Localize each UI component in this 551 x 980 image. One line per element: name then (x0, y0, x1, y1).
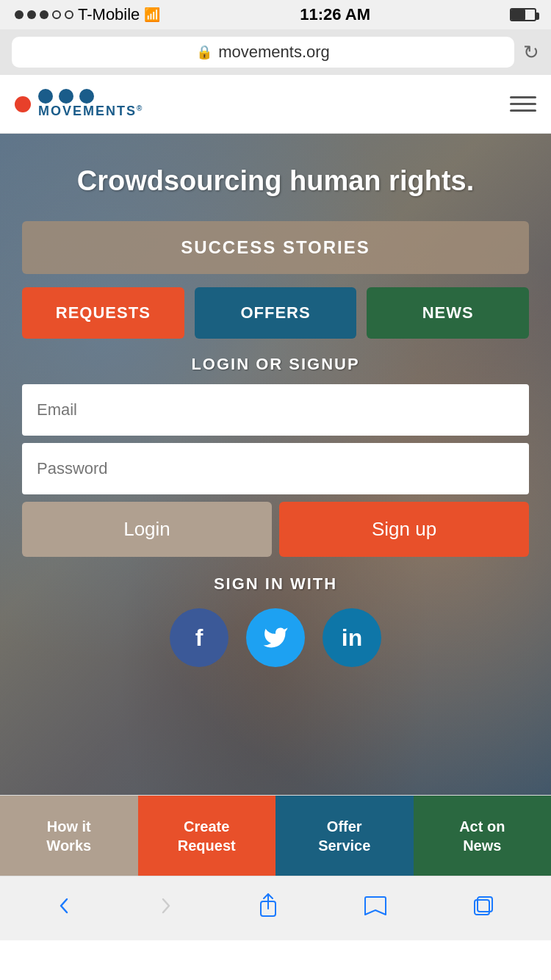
form-buttons: Login Sign up (22, 502, 529, 557)
status-right (510, 8, 536, 21)
back-button[interactable] (44, 887, 85, 929)
refresh-icon[interactable]: ↻ (523, 41, 539, 64)
nav-bar: MOVEMENTS® (0, 75, 551, 134)
logo-text: MOVEMENTS® (38, 104, 143, 119)
tabs-button[interactable] (460, 887, 507, 930)
signal-dot-4 (52, 10, 61, 19)
bookmarks-button[interactable] (350, 887, 400, 930)
tab-how-label: How itWorks (46, 817, 91, 855)
logo-dot-red (15, 96, 31, 112)
offers-button[interactable]: OFFERS (195, 287, 357, 339)
tab-act-label: Act onNews (459, 817, 505, 855)
tab-create-request[interactable]: CreateRequest (138, 796, 276, 876)
logo-dot-2 (59, 89, 73, 104)
tab-act-on-news[interactable]: Act onNews (414, 796, 552, 876)
signal-dots (15, 10, 73, 19)
browser-bottom-bar (0, 876, 551, 940)
logo-dot-1 (38, 89, 53, 104)
linkedin-button[interactable]: in (323, 608, 381, 667)
status-bar: T-Mobile 📶 11:26 AM (0, 0, 551, 29)
hamburger-menu[interactable] (510, 96, 536, 112)
tab-how-it-works[interactable]: How itWorks (0, 796, 138, 876)
twitter-icon (262, 624, 289, 651)
login-button[interactable]: Login (22, 502, 272, 557)
social-buttons: f in (170, 608, 381, 667)
wifi-icon: 📶 (144, 7, 160, 23)
twitter-button[interactable] (246, 608, 305, 667)
url-input[interactable]: 🔒 movements.org (12, 37, 514, 68)
hamburger-line-1 (510, 96, 536, 98)
logo-dot-3 (79, 89, 94, 104)
signup-button[interactable]: Sign up (279, 502, 529, 557)
hero-headline: Crowdsourcing human rights. (77, 163, 474, 199)
tab-offer-label: OfferService (318, 817, 370, 855)
hamburger-line-2 (510, 103, 536, 105)
sign-in-with-label: SIGN IN WITH (214, 574, 337, 594)
forward-button[interactable] (145, 887, 186, 929)
battery-icon (510, 8, 536, 21)
password-input[interactable] (22, 443, 529, 494)
tab-create-label: CreateRequest (178, 817, 236, 855)
signal-dot-3 (40, 10, 48, 19)
lock-icon: 🔒 (196, 44, 212, 60)
back-icon (56, 895, 73, 917)
news-button[interactable]: NEWS (367, 287, 529, 339)
signal-dot-2 (27, 10, 36, 19)
bottom-tab-bar: How itWorks CreateRequest OfferService A… (0, 795, 551, 876)
tab-offer-service[interactable]: OfferService (276, 796, 414, 876)
battery-fill (511, 10, 525, 20)
share-button[interactable] (245, 885, 291, 932)
url-bar: 🔒 movements.org ↻ (0, 29, 551, 75)
forward-icon (156, 895, 174, 917)
logo-area: MOVEMENTS® (15, 89, 143, 119)
url-text: movements.org (218, 43, 330, 62)
hero-section: Crowdsourcing human rights. SUCCESS STOR… (0, 134, 551, 795)
status-time: 11:26 AM (300, 5, 370, 24)
carrier-label: T-Mobile (78, 5, 140, 24)
hamburger-line-3 (510, 109, 536, 112)
logo-brand: MOVEMENTS® (38, 89, 143, 119)
facebook-button[interactable]: f (170, 608, 228, 667)
signal-dot-5 (65, 10, 73, 19)
share-icon (257, 893, 279, 919)
login-label: LOGIN OR SIGNUP (191, 355, 359, 374)
tabs-icon (472, 894, 495, 918)
email-input[interactable] (22, 384, 529, 436)
requests-button[interactable]: REQUESTS (22, 287, 184, 339)
logo-dots (38, 89, 143, 104)
action-buttons: REQUESTS OFFERS NEWS (22, 287, 529, 339)
success-stories-button[interactable]: SUCCESS STORIES (22, 221, 529, 274)
status-left: T-Mobile 📶 (15, 5, 160, 24)
bookmarks-icon (362, 894, 389, 918)
signal-dot-1 (15, 10, 24, 19)
